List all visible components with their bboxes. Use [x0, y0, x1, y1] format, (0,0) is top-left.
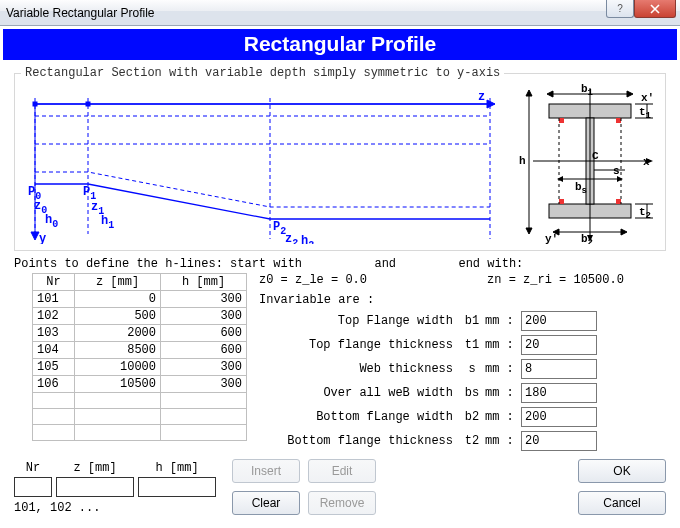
zn-line: zn = z_ri = 10500.0 — [487, 273, 624, 287]
svg-marker-29 — [627, 91, 633, 97]
invariable-label: Invariable are : — [259, 293, 666, 307]
table-row — [33, 393, 247, 409]
edit-button[interactable]: Edit — [308, 459, 376, 483]
ok-button[interactable]: OK — [578, 459, 666, 483]
param-bs: Over all weB width bs mm : — [259, 383, 666, 403]
svg-rect-38 — [559, 199, 564, 204]
points-table[interactable]: Nr z [mm] h [mm] 1010300 102500300 10320… — [32, 273, 247, 441]
svg-marker-26 — [526, 228, 532, 234]
cancel-button[interactable]: Cancel — [578, 491, 666, 515]
col-h: h [mm] — [161, 274, 247, 291]
svg-text:b1: b1 — [581, 84, 594, 98]
edit-header-nr: Nr — [26, 461, 40, 475]
svg-text:x: x — [643, 156, 650, 168]
svg-text:z: z — [478, 90, 485, 104]
section-diagram: Rectangular Section with variable depth … — [14, 66, 666, 251]
svg-marker-10 — [487, 100, 495, 108]
svg-rect-39 — [616, 199, 621, 204]
table-row — [33, 425, 247, 441]
page-banner: Rectangular Profile — [3, 29, 677, 60]
edit-h[interactable] — [138, 477, 216, 497]
svg-marker-28 — [547, 91, 553, 97]
svg-text:t2: t2 — [639, 206, 651, 221]
z0-line: z0 = z_le = 0.0 — [259, 273, 367, 287]
svg-text:t1: t1 — [639, 106, 652, 121]
clear-button[interactable]: Clear — [232, 491, 300, 515]
svg-marker-25 — [526, 90, 532, 96]
profile-diagram: z y P0 z0 h0 P1 z1 h1 P2 z2 h2 — [21, 84, 659, 244]
param-b1: Top Flange width b1 mm : — [259, 311, 666, 331]
col-z: z [mm] — [75, 274, 161, 291]
table-row: 10510000300 — [33, 359, 247, 376]
input-s[interactable] — [521, 359, 597, 379]
insert-button[interactable]: Insert — [232, 459, 300, 483]
svg-marker-32 — [621, 229, 627, 235]
status-line: 101, 102 ... — [14, 501, 216, 515]
input-b2[interactable] — [521, 407, 597, 427]
table-row: 10610500300 — [33, 376, 247, 393]
svg-text:bs: bs — [575, 181, 587, 196]
svg-text:h1: h1 — [101, 214, 114, 231]
param-b2: Bottom fLange width b2 mm : — [259, 407, 666, 427]
svg-marker-12 — [31, 232, 39, 240]
svg-rect-37 — [616, 118, 621, 123]
edit-header-z: z [mm] — [73, 461, 116, 475]
param-t2: Bottom flange thickness t2 mm : — [259, 431, 666, 451]
table-row — [33, 409, 247, 425]
input-b1[interactable] — [521, 311, 597, 331]
svg-text:b2: b2 — [581, 233, 593, 244]
svg-text:h2: h2 — [301, 234, 314, 244]
table-row: 1010300 — [33, 291, 247, 308]
svg-text:y': y' — [545, 233, 558, 244]
input-bs[interactable] — [521, 383, 597, 403]
svg-rect-36 — [559, 118, 564, 123]
svg-marker-53 — [557, 176, 563, 182]
svg-text:z2: z2 — [285, 232, 298, 244]
table-row: 1048500600 — [33, 342, 247, 359]
edit-z[interactable] — [56, 477, 134, 497]
svg-text:x': x' — [641, 92, 654, 104]
edit-nr[interactable] — [14, 477, 52, 497]
svg-text:y: y — [39, 232, 46, 244]
window-title: Variable Rectangular Profile — [6, 6, 155, 20]
param-s: Web thickness s mm : — [259, 359, 666, 379]
input-t2[interactable] — [521, 431, 597, 451]
svg-text:s: s — [613, 165, 620, 177]
svg-text:h: h — [519, 155, 526, 167]
edit-header-h: h [mm] — [155, 461, 198, 475]
param-t1: Top flange thickness t1 mm : — [259, 335, 666, 355]
section-legend: Rectangular Section with variable depth … — [21, 66, 504, 80]
help-button[interactable]: ? — [606, 0, 634, 18]
svg-text:C: C — [592, 150, 599, 162]
svg-text:h0: h0 — [45, 213, 58, 230]
window-titlebar: Variable Rectangular Profile ? — [0, 0, 680, 26]
close-button[interactable] — [634, 0, 676, 18]
table-row: 102500300 — [33, 308, 247, 325]
col-nr: Nr — [33, 274, 75, 291]
remove-button[interactable]: Remove — [308, 491, 376, 515]
input-t1[interactable] — [521, 335, 597, 355]
points-line: Points to define the h-lines: start with… — [14, 257, 666, 271]
table-row: 1032000600 — [33, 325, 247, 342]
